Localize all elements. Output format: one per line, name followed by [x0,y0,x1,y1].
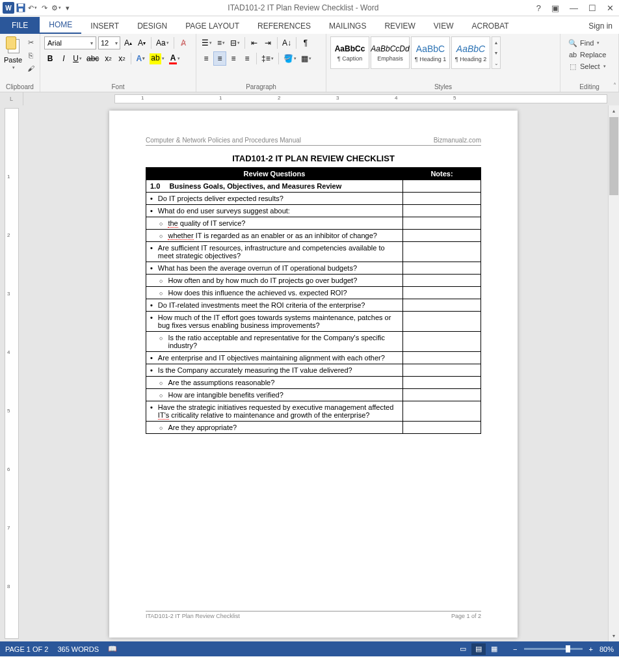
view-print-icon[interactable]: ▤ [471,643,486,655]
sign-in-link[interactable]: Sign in [582,18,619,34]
scrollbar-vertical[interactable]: ▴ ▾ [608,105,619,641]
superscript-button[interactable]: x2 [116,52,127,65]
window-title: ITAD101-2 IT Plan Review Checklist - Wor… [73,3,534,12]
ruler-horizontal[interactable]: 1 1 2 3 4 5 [114,94,607,103]
numbering-icon[interactable]: ≡▾ [215,36,227,49]
status-page[interactable]: PAGE 1 OF 2 [5,645,48,653]
maximize-icon[interactable]: ☐ [586,3,599,13]
style-heading2[interactable]: AaBbC¶ Heading 2 [451,36,490,69]
help-icon[interactable]: ? [534,3,544,13]
italic-button[interactable]: I [58,52,70,65]
font-size-select[interactable]: 12▾ [98,36,120,49]
tab-page-layout[interactable]: PAGE LAYOUT [176,18,248,34]
tab-design[interactable]: DESIGN [128,18,176,34]
justify-icon[interactable]: ≡ [241,52,253,65]
align-right-icon[interactable]: ≡ [228,52,239,65]
multilevel-list-icon[interactable]: ⊟▾ [229,36,241,49]
highlight-icon[interactable]: ab▾ [148,52,165,65]
line-spacing-icon[interactable]: ‡≡▾ [260,52,275,65]
text-effects-icon[interactable]: A▾ [135,52,146,65]
save-icon[interactable] [16,3,26,13]
zoom-slider[interactable] [524,648,583,650]
paste-button[interactable]: Paste ▾ [4,36,22,82]
styles-scroll[interactable]: ▴▾⌄ [492,36,501,69]
table-row: How does this influence the achieved vs.… [146,287,481,299]
borders-icon[interactable]: ▦▾ [300,52,313,65]
bold-button[interactable]: B [44,52,56,65]
table-header-row: Review Questions Notes: [146,168,481,180]
table-row: Is the Company accurately measuring the … [146,364,481,377]
table-row: Do IT projects deliver expected results? [146,193,481,205]
table-row: Are the assumptions reasonable? [146,377,481,389]
scroll-up-icon[interactable]: ▴ [609,105,619,116]
group-font: Arial▾ 12▾ A▴ A▾ Aa▾ A̷ B I U▾ abc x2 x2… [40,34,196,92]
tab-mailings[interactable]: MAILINGS [320,18,375,34]
strikethrough-button[interactable]: abc [85,52,100,65]
grow-font-icon[interactable]: A▴ [122,36,134,49]
shading-icon[interactable]: 🪣▾ [282,52,298,65]
zoom-slider-thumb[interactable] [566,645,570,652]
font-size-value: 12 [101,39,109,47]
style-caption[interactable]: AaBbCc¶ Caption [330,36,369,69]
collapse-ribbon-icon[interactable]: ˄ [613,82,616,89]
replace-button[interactable]: abReplace [567,49,612,60]
bullets-icon[interactable]: ☰▾ [200,36,213,49]
section-number: 1.0 [146,180,166,193]
zoom-out-icon[interactable]: − [510,645,520,653]
sort-icon[interactable]: A↓ [281,36,293,49]
styles-label: Styles [330,82,556,90]
page-area[interactable]: Computer & Network Policies and Procedur… [19,105,608,641]
align-left-icon[interactable]: ≡ [200,52,212,65]
undo-icon[interactable]: ↶▾ [27,3,38,13]
close-icon[interactable]: ✕ [604,3,616,13]
style-emphasis[interactable]: AaBbCcDdEmphasis [371,36,410,69]
minimize-icon[interactable]: — [567,3,581,13]
tab-review[interactable]: REVIEW [375,18,424,34]
qat-more-icon[interactable]: ▾ [62,3,73,13]
tab-file[interactable]: FILE [0,17,40,34]
clear-formatting-icon[interactable]: A̷ [178,36,189,49]
shrink-font-icon[interactable]: A▾ [136,36,148,49]
scroll-thumb[interactable] [609,117,618,195]
status-bar: PAGE 1 OF 2 365 WORDS 📖 ▭ ▤ ▦ − + 80% [0,641,619,656]
ruler-vertical[interactable]: 1 2 3 4 5 6 7 8 [5,108,19,639]
show-marks-icon[interactable]: ¶ [300,36,311,49]
doc-footer-left: ITAD101-2 IT Plan Review Checklist [146,613,240,619]
decrease-indent-icon[interactable]: ⇤ [248,36,260,49]
redo-icon[interactable]: ↷ [39,3,49,13]
document-page: Computer & Network Policies and Procedur… [109,111,518,638]
scroll-down-icon[interactable]: ▾ [609,630,619,641]
tab-home[interactable]: HOME [40,17,81,34]
spellcheck-icon[interactable]: 📖 [108,645,117,653]
copy-icon[interactable]: ⎘ [25,49,36,61]
font-color-icon[interactable]: A▾ [168,52,182,65]
tab-view[interactable]: VIEW [425,18,463,34]
table-row: Is the ratio acceptable and representati… [146,332,481,352]
paste-icon [4,36,22,55]
tab-references[interactable]: REFERENCES [248,18,320,34]
find-button[interactable]: 🔍Find▾ [567,38,612,48]
cut-icon[interactable]: ✂ [25,36,36,48]
tab-acrobat[interactable]: ACROBAT [462,18,518,34]
font-name-value: Arial [47,39,62,47]
increase-indent-icon[interactable]: ⇥ [262,36,274,49]
view-read-icon[interactable]: ▭ [456,643,470,655]
select-button[interactable]: ⬚Select▾ [567,61,612,72]
zoom-in-icon[interactable]: + [586,645,596,653]
style-heading1[interactable]: AaBbC¶ Heading 1 [411,36,450,69]
change-case-icon[interactable]: Aa▾ [155,36,170,49]
format-painter-icon[interactable]: 🖌 [25,62,36,74]
customize-qat-icon[interactable]: ⚙▾ [51,3,61,13]
tab-insert[interactable]: INSERT [81,18,128,34]
status-words[interactable]: 365 WORDS [57,645,99,653]
font-name-select[interactable]: Arial▾ [44,36,96,49]
table-row: whether IT is regarded as an enabler or … [146,230,481,242]
table-row: Do IT-related investments meet the ROI c… [146,299,481,312]
underline-button[interactable]: U▾ [72,52,83,65]
word-app-icon[interactable]: W [3,2,14,14]
zoom-value[interactable]: 80% [599,645,614,653]
view-web-icon[interactable]: ▦ [487,643,501,655]
ribbon-display-icon[interactable]: ▣ [549,3,562,13]
align-center-icon[interactable]: ≡ [214,52,226,65]
subscript-button[interactable]: x2 [102,52,114,65]
